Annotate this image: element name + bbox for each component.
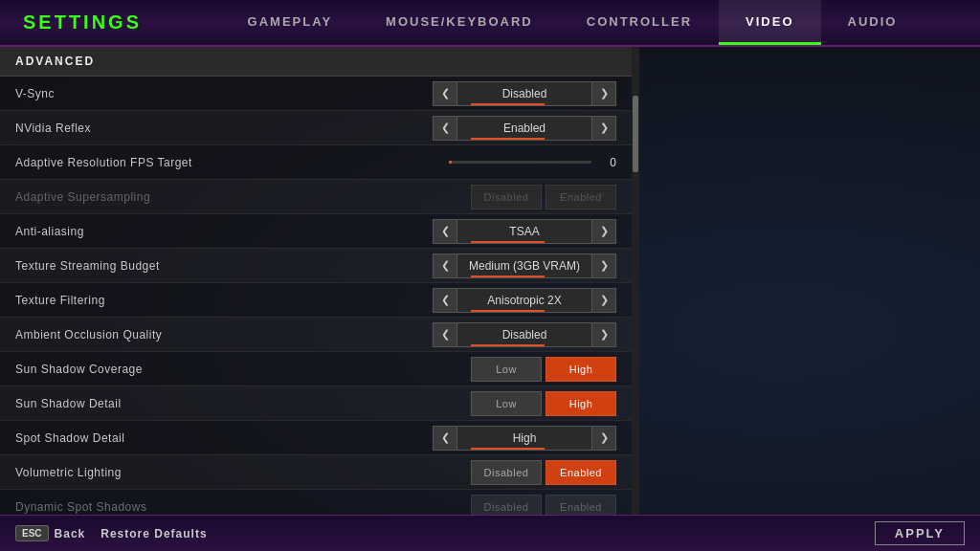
ambient-occlusion-value: Disabled	[457, 322, 591, 347]
vsync-value: Disabled	[457, 81, 591, 106]
setting-label-ambient-occlusion: Ambient Occlusion Quality	[15, 328, 433, 342]
supersampling-disabled-btn: Disabled	[471, 185, 542, 209]
footer-left: ESC Back Restore Defaults	[15, 525, 208, 541]
setting-row-supersampling: Adaptive Supersampling Disabled Enabled	[0, 180, 632, 214]
texture-budget-value: Medium (3GB VRAM)	[457, 253, 591, 278]
tab-mouse-keyboard[interactable]: MOUSE/KEYBOARD	[359, 0, 560, 45]
setting-label-dynamic-spot-shadows: Dynamic Spot Shadows	[15, 500, 471, 514]
setting-row-vsync: V-Sync ❮ Disabled ❯	[0, 77, 632, 111]
ambient-occlusion-prev-btn[interactable]: ❮	[433, 322, 457, 347]
antialiasing-next-btn[interactable]: ❯	[591, 219, 616, 244]
main-content: ADVANCED V-Sync ❮ Disabled ❯ NVidia Refl…	[0, 47, 980, 515]
texture-budget-next-btn[interactable]: ❯	[591, 253, 616, 278]
antialiasing-value: TSAA	[457, 219, 591, 244]
setting-row-ambient-occlusion: Ambient Occlusion Quality ❮ Disabled ❯	[0, 318, 632, 352]
dynamic-spot-shadows-control: Disabled Enabled	[471, 495, 616, 516]
setting-label-spot-shadow-detail: Spot Shadow Detail	[15, 431, 433, 445]
texture-budget-prev-btn[interactable]: ❮	[433, 253, 457, 278]
setting-label-nvidia-reflex: NVidia Reflex	[15, 121, 433, 135]
restore-defaults-button[interactable]: Restore Defaults	[100, 527, 207, 540]
tab-video[interactable]: VIDEO	[719, 0, 820, 45]
restore-defaults-label: Restore Defaults	[100, 527, 207, 540]
antialiasing-prev-btn[interactable]: ❮	[433, 219, 457, 244]
setting-row-texture-filter: Texture Filtering ❮ Anisotropic 2X ❯	[0, 283, 632, 318]
nvidia-reflex-control: ❮ Enabled ❯	[433, 116, 616, 141]
spot-shadow-detail-prev-btn[interactable]: ❮	[433, 426, 457, 451]
footer: ESC Back Restore Defaults Apply	[0, 515, 980, 551]
setting-label-sun-shadow-coverage: Sun Shadow Coverage	[15, 363, 471, 376]
spot-shadow-detail-next-btn[interactable]: ❯	[591, 426, 616, 451]
scrollbar-thumb[interactable]	[633, 96, 638, 172]
header: SETTINGS GAMEPLAY MOUSE/KEYBOARD CONTROL…	[0, 0, 980, 47]
setting-label-texture-budget: Texture Streaming Budget	[15, 259, 433, 273]
ambient-occlusion-control: ❮ Disabled ❯	[433, 322, 616, 347]
setting-label-antialiasing: Anti-aliasing	[15, 225, 433, 238]
fps-target-fill	[449, 161, 452, 164]
antialiasing-control: ❮ TSAA ❯	[433, 219, 616, 244]
back-key-badge: ESC	[15, 525, 49, 541]
setting-label-volumetric-lighting: Volumetric Lighting	[15, 466, 471, 479]
sun-shadow-detail-high-btn[interactable]: High	[546, 391, 616, 416]
fps-target-value: 0	[597, 156, 616, 169]
setting-row-dynamic-spot-shadows: Dynamic Spot Shadows Disabled Enabled	[0, 490, 632, 515]
nvidia-reflex-prev-btn[interactable]: ❮	[433, 116, 457, 141]
ambient-occlusion-next-btn[interactable]: ❯	[591, 322, 616, 347]
setting-row-antialiasing: Anti-aliasing ❮ TSAA ❯	[0, 214, 632, 249]
vsync-control: ❮ Disabled ❯	[433, 81, 616, 106]
back-button[interactable]: ESC Back	[15, 525, 85, 541]
nvidia-reflex-value: Enabled	[457, 116, 591, 141]
setting-label-sun-shadow-detail: Sun Shadow Detail	[15, 397, 471, 410]
setting-row-nvidia-reflex: NVidia Reflex ❮ Enabled ❯	[0, 111, 632, 145]
volumetric-lighting-control: Disabled Enabled	[471, 460, 616, 485]
sun-shadow-coverage-control: Low High	[471, 357, 616, 382]
supersampling-enabled-btn: Enabled	[546, 185, 616, 209]
nav-tabs: GAMEPLAY MOUSE/KEYBOARD CONTROLLER VIDEO…	[165, 0, 980, 45]
setting-row-fps-target: Adaptive Resolution FPS Target 0	[0, 145, 632, 180]
right-panel	[639, 47, 980, 515]
setting-row-sun-shadow-detail: Sun Shadow Detail Low High	[0, 386, 632, 421]
sun-shadow-coverage-high-btn[interactable]: High	[546, 357, 616, 382]
settings-list: V-Sync ❮ Disabled ❯ NVidia Reflex ❮ Enab…	[0, 77, 632, 515]
tab-controller[interactable]: CONTROLLER	[560, 0, 719, 45]
scrollbar[interactable]	[632, 47, 639, 515]
texture-filter-value: Anisotropic 2X	[457, 288, 591, 313]
nvidia-reflex-next-btn[interactable]: ❯	[591, 116, 616, 141]
fps-target-control: 0	[449, 156, 616, 169]
dynamic-spot-shadows-enabled-btn[interactable]: Enabled	[546, 495, 616, 516]
sun-shadow-coverage-low-btn[interactable]: Low	[471, 357, 542, 382]
settings-panel: ADVANCED V-Sync ❮ Disabled ❯ NVidia Refl…	[0, 47, 632, 515]
apply-button[interactable]: Apply	[875, 521, 965, 545]
spot-shadow-detail-control: ❮ High ❯	[433, 426, 616, 451]
app-title: SETTINGS	[0, 11, 165, 33]
volumetric-lighting-disabled-btn[interactable]: Disabled	[471, 460, 542, 485]
footer-right: Apply	[875, 521, 965, 545]
tab-audio[interactable]: AUDIO	[821, 0, 924, 45]
fps-target-track[interactable]	[449, 161, 591, 164]
tab-gameplay[interactable]: GAMEPLAY	[221, 0, 359, 45]
texture-filter-next-btn[interactable]: ❯	[591, 288, 616, 313]
setting-row-texture-budget: Texture Streaming Budget ❮ Medium (3GB V…	[0, 249, 632, 283]
setting-row-volumetric-lighting: Volumetric Lighting Disabled Enabled	[0, 455, 632, 490]
setting-row-sun-shadow-coverage: Sun Shadow Coverage Low High	[0, 352, 632, 386]
volumetric-lighting-enabled-btn[interactable]: Enabled	[546, 460, 616, 485]
sun-shadow-detail-control: Low High	[471, 391, 616, 416]
supersampling-control: Disabled Enabled	[471, 185, 616, 209]
vsync-next-btn[interactable]: ❯	[591, 81, 616, 106]
spot-shadow-detail-value: High	[457, 426, 591, 451]
texture-budget-control: ❮ Medium (3GB VRAM) ❯	[433, 253, 616, 278]
setting-label-vsync: V-Sync	[15, 87, 433, 100]
back-label: Back	[55, 527, 86, 540]
setting-label-fps-target: Adaptive Resolution FPS Target	[15, 156, 449, 169]
vsync-prev-btn[interactable]: ❮	[433, 81, 457, 106]
texture-filter-prev-btn[interactable]: ❮	[433, 288, 457, 313]
texture-filter-control: ❮ Anisotropic 2X ❯	[433, 288, 616, 313]
setting-label-supersampling: Adaptive Supersampling	[15, 190, 471, 204]
setting-row-spot-shadow-detail: Spot Shadow Detail ❮ High ❯	[0, 421, 632, 455]
setting-label-texture-filter: Texture Filtering	[15, 294, 433, 307]
dynamic-spot-shadows-disabled-btn[interactable]: Disabled	[471, 495, 542, 516]
sun-shadow-detail-low-btn[interactable]: Low	[471, 391, 542, 416]
section-header: ADVANCED	[0, 47, 632, 77]
